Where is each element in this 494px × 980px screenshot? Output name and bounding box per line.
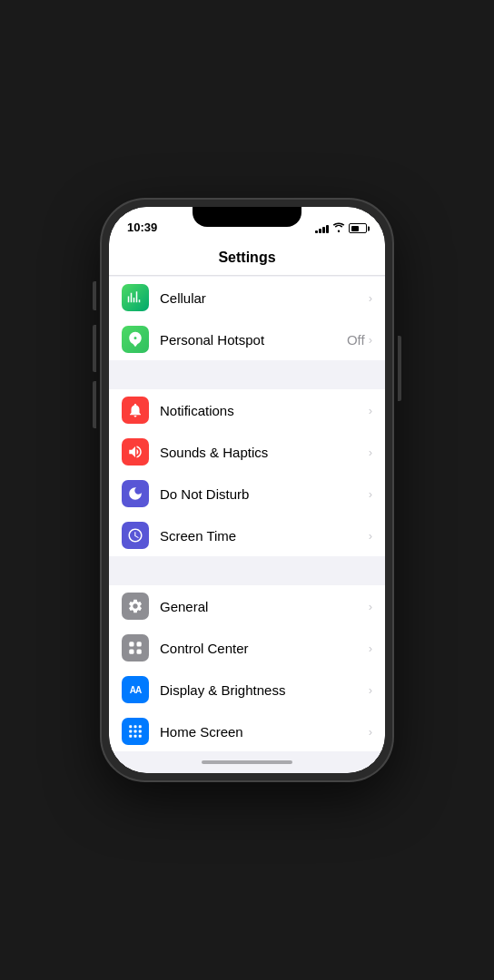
svg-rect-2 bbox=[129, 650, 133, 654]
display-icon: AA bbox=[122, 676, 149, 703]
general-label: General bbox=[160, 599, 369, 614]
notifications-chevron: › bbox=[369, 404, 372, 417]
status-bar: 10:39 bbox=[109, 207, 385, 240]
navigation-bar: Settings bbox=[109, 240, 385, 276]
hotspot-icon bbox=[122, 326, 149, 353]
svg-rect-6 bbox=[139, 725, 142, 728]
homescreen-label: Home Screen bbox=[160, 724, 369, 740]
row-notifications[interactable]: Notifications › bbox=[109, 389, 385, 431]
svg-rect-9 bbox=[139, 730, 142, 733]
cellular-label: Cellular bbox=[160, 290, 369, 306]
section-notifications: Notifications › Sounds & Haptics › bbox=[109, 389, 385, 556]
general-icon bbox=[122, 593, 149, 620]
dnd-label: Do Not Disturb bbox=[160, 486, 369, 502]
svg-rect-4 bbox=[129, 725, 132, 728]
power-button[interactable] bbox=[398, 336, 401, 401]
section-connectivity: Cellular › Personal Hotspot Off › bbox=[109, 277, 385, 360]
svg-rect-3 bbox=[137, 650, 142, 654]
svg-rect-11 bbox=[134, 735, 137, 738]
screentime-chevron: › bbox=[369, 529, 372, 543]
controlcenter-chevron: › bbox=[369, 642, 372, 655]
row-dnd[interactable]: Do Not Disturb › bbox=[109, 473, 385, 514]
row-sounds[interactable]: Sounds & Haptics › bbox=[109, 431, 385, 473]
svg-rect-8 bbox=[134, 730, 137, 733]
wifi-icon bbox=[332, 222, 345, 234]
notch bbox=[193, 207, 301, 227]
general-chevron: › bbox=[369, 600, 372, 613]
homescreen-icon bbox=[122, 718, 149, 745]
screentime-icon bbox=[122, 522, 149, 549]
row-display[interactable]: AA Display & Brightness › bbox=[109, 669, 385, 710]
hotspot-label: Personal Hotspot bbox=[160, 332, 347, 348]
row-hotspot[interactable]: Personal Hotspot Off › bbox=[109, 318, 385, 360]
hotspot-value: Off bbox=[347, 332, 365, 348]
row-screentime[interactable]: Screen Time › bbox=[109, 514, 385, 556]
battery-icon bbox=[349, 223, 367, 233]
phone-screen: 10:39 Settings bbox=[109, 207, 385, 773]
controlcenter-icon bbox=[122, 634, 149, 662]
row-homescreen[interactable]: Home Screen › bbox=[109, 710, 385, 751]
battery-fill bbox=[351, 226, 359, 231]
sounds-icon bbox=[122, 438, 149, 466]
cellular-chevron: › bbox=[369, 291, 372, 305]
display-chevron: › bbox=[369, 683, 372, 697]
cellular-icon bbox=[122, 284, 149, 311]
page-title: Settings bbox=[218, 250, 275, 266]
controlcenter-label: Control Center bbox=[160, 641, 369, 656]
svg-rect-7 bbox=[129, 730, 132, 733]
home-bar bbox=[202, 760, 292, 764]
volume-down-button[interactable] bbox=[93, 381, 96, 428]
notifications-label: Notifications bbox=[160, 403, 369, 418]
volume-up-button[interactable] bbox=[93, 325, 96, 372]
section-general: General › Control Center › AA Display & … bbox=[109, 585, 385, 751]
homescreen-chevron: › bbox=[369, 725, 372, 739]
screentime-label: Screen Time bbox=[160, 528, 369, 544]
row-controlcenter[interactable]: Control Center › bbox=[109, 627, 385, 669]
notifications-icon bbox=[122, 397, 149, 424]
mute-button[interactable] bbox=[93, 281, 96, 310]
ios-screen: 10:39 Settings bbox=[109, 207, 385, 773]
svg-rect-0 bbox=[129, 642, 133, 646]
settings-list[interactable]: Cellular › Personal Hotspot Off › bbox=[109, 276, 385, 751]
status-icons bbox=[315, 222, 367, 234]
dnd-icon bbox=[122, 480, 149, 507]
sounds-chevron: › bbox=[369, 446, 372, 459]
signal-strength bbox=[315, 224, 329, 233]
row-cellular[interactable]: Cellular › bbox=[109, 277, 385, 318]
hotspot-chevron: › bbox=[369, 333, 372, 347]
row-general[interactable]: General › bbox=[109, 585, 385, 627]
phone-frame: 10:39 Settings bbox=[102, 200, 392, 780]
svg-rect-5 bbox=[134, 725, 137, 728]
home-indicator bbox=[109, 751, 385, 773]
svg-rect-1 bbox=[137, 642, 142, 646]
svg-rect-12 bbox=[139, 735, 142, 738]
svg-rect-10 bbox=[129, 735, 132, 738]
sounds-label: Sounds & Haptics bbox=[160, 445, 369, 460]
dnd-chevron: › bbox=[369, 487, 372, 501]
status-time: 10:39 bbox=[127, 220, 157, 234]
display-label: Display & Brightness bbox=[160, 682, 369, 698]
